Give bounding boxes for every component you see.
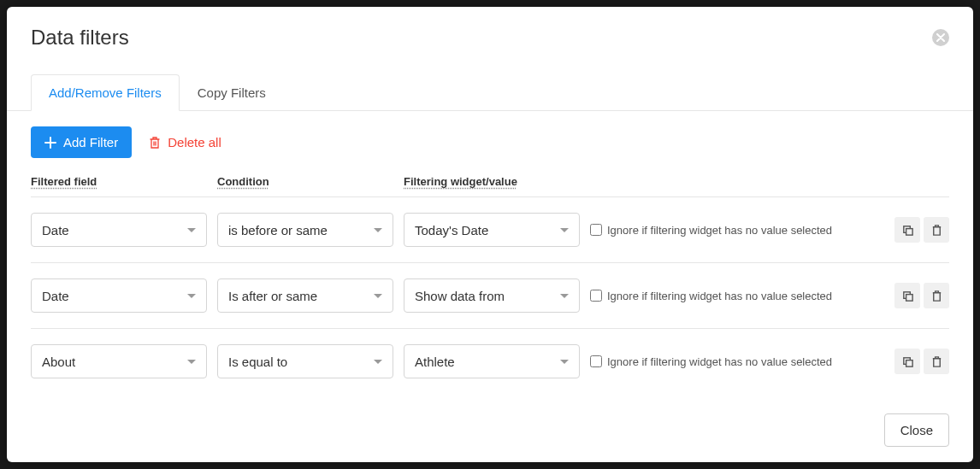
data-filters-modal: Data filters Add/Remove Filters Copy Fil… <box>7 7 973 462</box>
svg-rect-1 <box>906 228 912 235</box>
ignore-checkbox[interactable] <box>590 224 602 236</box>
copy-icon <box>901 224 914 237</box>
row-actions <box>889 217 949 243</box>
filter-row: Date is before or same Today's Date Igno… <box>31 197 949 263</box>
column-header-condition: Condition <box>217 175 393 188</box>
duplicate-row-button[interactable] <box>894 283 920 308</box>
trash-icon <box>149 137 161 149</box>
chevron-down-icon <box>560 228 569 232</box>
column-header-value: Filtering widget/value <box>404 175 580 188</box>
condition-select[interactable]: is before or same <box>217 213 393 247</box>
filtered-field-value: About <box>42 355 75 369</box>
close-icon-button[interactable] <box>932 29 949 46</box>
ignore-label: Ignore if filtering widget has no value … <box>607 224 832 237</box>
trash-icon <box>930 290 943 302</box>
chevron-down-icon <box>560 294 569 298</box>
delete-row-button[interactable] <box>924 283 949 308</box>
trash-icon <box>930 224 943 237</box>
chevron-down-icon <box>187 360 196 364</box>
chevron-down-icon <box>374 294 382 298</box>
condition-select[interactable]: Is after or same <box>217 278 393 313</box>
filtered-field-value: Date <box>42 289 69 303</box>
ignore-label: Ignore if filtering widget has no value … <box>607 355 832 368</box>
delete-all-label: Delete all <box>168 135 221 149</box>
filtered-field-select[interactable]: About <box>31 344 207 378</box>
ignore-checkbox-wrap[interactable]: Ignore if filtering widget has no value … <box>590 355 879 368</box>
chevron-down-icon <box>187 294 196 298</box>
svg-rect-3 <box>906 294 912 301</box>
copy-icon <box>901 290 914 302</box>
filtered-field-value: Date <box>42 223 69 237</box>
condition-value: Is equal to <box>228 355 287 369</box>
condition-select[interactable]: Is equal to <box>217 344 393 378</box>
delete-all-button[interactable]: Delete all <box>149 135 221 149</box>
filtering-value-select[interactable]: Athlete <box>404 344 580 378</box>
copy-icon <box>901 355 914 368</box>
row-actions <box>889 283 949 308</box>
duplicate-row-button[interactable] <box>894 349 920 374</box>
filters-area: Filtered field Condition Filtering widge… <box>7 172 973 394</box>
chevron-down-icon <box>187 228 196 232</box>
condition-value: is before or same <box>228 223 328 237</box>
filtering-value-select[interactable]: Today's Date <box>404 213 580 247</box>
filtering-value: Athlete <box>415 355 455 369</box>
tab-add-remove-filters[interactable]: Add/Remove Filters <box>31 74 180 111</box>
ignore-checkbox-wrap[interactable]: Ignore if filtering widget has no value … <box>590 224 879 237</box>
filtered-field-select[interactable]: Date <box>31 213 207 247</box>
filter-row: About Is equal to Athlete Ignore if filt… <box>31 329 949 394</box>
delete-row-button[interactable] <box>924 349 949 374</box>
duplicate-row-button[interactable] <box>894 217 920 243</box>
chevron-down-icon <box>374 360 382 364</box>
ignore-checkbox[interactable] <box>590 355 602 367</box>
filter-row: Date Is after or same Show data from Ign… <box>31 263 949 329</box>
modal-header: Data filters <box>7 7 973 58</box>
column-header-field: Filtered field <box>31 175 207 188</box>
delete-row-button[interactable] <box>924 217 949 243</box>
chevron-down-icon <box>560 360 569 364</box>
tabs: Add/Remove Filters Copy Filters <box>7 73 973 111</box>
ignore-label: Ignore if filtering widget has no value … <box>607 290 832 302</box>
add-filter-button[interactable]: Add Filter <box>31 126 132 158</box>
ignore-checkbox[interactable] <box>590 290 602 302</box>
row-actions <box>889 349 949 374</box>
close-button[interactable]: Close <box>884 413 949 447</box>
svg-rect-5 <box>906 360 912 366</box>
ignore-checkbox-wrap[interactable]: Ignore if filtering widget has no value … <box>590 290 879 302</box>
condition-value: Is after or same <box>228 289 317 303</box>
trash-icon <box>930 355 943 368</box>
filtering-value-select[interactable]: Show data from <box>404 278 580 313</box>
filtering-value: Today's Date <box>415 223 488 237</box>
modal-footer: Close <box>7 402 973 462</box>
filtered-field-select[interactable]: Date <box>31 278 207 313</box>
filtering-value: Show data from <box>415 289 505 303</box>
close-icon <box>936 33 945 42</box>
column-headers: Filtered field Condition Filtering widge… <box>31 172 949 197</box>
toolbar: Add Filter Delete all <box>7 111 973 172</box>
modal-title: Data filters <box>31 26 129 50</box>
add-filter-label: Add Filter <box>63 135 118 149</box>
tab-copy-filters[interactable]: Copy Filters <box>180 74 284 111</box>
plus-icon <box>44 137 56 149</box>
chevron-down-icon <box>374 228 382 232</box>
